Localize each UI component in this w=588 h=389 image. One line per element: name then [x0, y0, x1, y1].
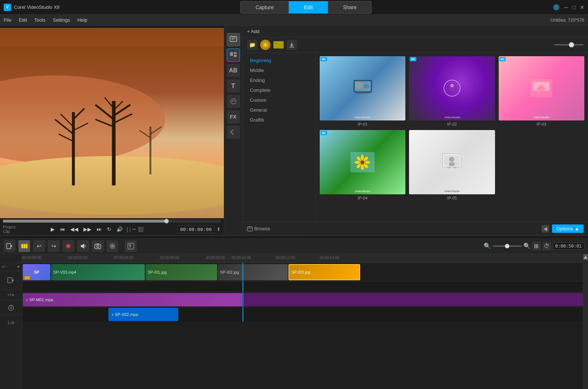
collapse-button[interactable]: ◀ [542, 225, 549, 233]
restore-button[interactable]: □ [573, 4, 576, 10]
category-custom[interactable]: Custom [243, 95, 316, 105]
fx2-btn[interactable] [107, 240, 118, 252]
clip-i03[interactable]: SP-I03.jpg [288, 264, 360, 280]
clip-s02[interactable]: ♪ SP-S02.mpa [108, 308, 178, 321]
clip-i01-label: SP-I01.jpg [148, 270, 166, 274]
ip05-watermark: VideoStudio [444, 190, 460, 193]
zoom-out-icon[interactable]: 🔍 [484, 242, 491, 249]
svg-point-57 [449, 157, 454, 162]
title2-btn[interactable]: T [125, 240, 137, 252]
step-forward-button[interactable]: ▶▶ [82, 226, 93, 233]
mark-out-button[interactable]: ] [129, 227, 131, 232]
title-track-playhead [243, 281, 243, 292]
progress-bar[interactable] [3, 220, 221, 223]
download-button[interactable] [287, 40, 297, 50]
category-ending[interactable]: Ending [243, 75, 316, 85]
options-button[interactable]: Options ▲ [552, 224, 584, 233]
menu-help[interactable]: Help [78, 17, 87, 23]
svg-rect-64 [7, 244, 11, 249]
clip-i01[interactable]: SP-I01.jpg [146, 264, 217, 280]
category-list: Beginning Middle Ending Complete Custom … [243, 53, 316, 222]
svg-point-45 [361, 161, 364, 164]
close-button[interactable]: ✕ [580, 4, 584, 10]
folder-button[interactable]: 📁 [247, 40, 257, 50]
graphics-button[interactable] [227, 95, 240, 108]
thumbnail-ip04[interactable]: 4K VideoStudio [320, 130, 405, 200]
clip-sp[interactable]: SP [23, 264, 50, 280]
tab-edit[interactable]: Edit [289, 1, 328, 14]
svg-point-72 [97, 245, 99, 248]
play-button[interactable]: ▶ [49, 226, 56, 233]
globe-icon[interactable]: 🌐 [553, 4, 560, 11]
text-button[interactable]: T [227, 79, 240, 93]
clip-m01[interactable]: ♪ SP-M01.mpa [23, 293, 242, 306]
capture-frame-button[interactable]: ⬛ [138, 227, 144, 232]
ip03-badge: 4K [499, 57, 506, 61]
timeline-video-btn[interactable] [4, 240, 15, 252]
timeline-zoom: 🔍 🔍 ⊞ ⏱ 0:00:50:01 [484, 242, 584, 251]
audio-btn[interactable] [77, 240, 89, 252]
rewind-to-start-button[interactable]: ⏮ [58, 226, 67, 233]
step-back-button[interactable]: ◀◀ [69, 226, 80, 233]
clip-i02[interactable]: SP-I02.jpg [218, 264, 288, 280]
menu-edit[interactable]: Edit [19, 17, 27, 23]
sort-button[interactable] [273, 41, 284, 48]
thumbnail-ip05[interactable]: VideoStudio IP-05 [409, 130, 495, 200]
category-complete[interactable]: Complete [243, 85, 316, 95]
tab-share[interactable]: Share [328, 1, 372, 14]
menu-settings[interactable]: Settings [53, 17, 70, 23]
time-btn[interactable]: ⏱ [542, 242, 551, 251]
add-track-icon[interactable]: +/− [1, 265, 7, 269]
split-button[interactable]: ✂ [132, 227, 136, 232]
svg-rect-24 [234, 52, 237, 54]
fx-button[interactable]: FX [227, 110, 240, 123]
category-beginning[interactable]: Beginning [243, 55, 316, 65]
instant-project-button[interactable] [227, 48, 240, 62]
ip03-label: IP-03 [537, 122, 546, 126]
timecode-spinner[interactable]: ⬆ [216, 226, 221, 232]
tab-capture[interactable]: Capture [240, 1, 289, 14]
thumbnail-ip02[interactable]: 4K .VideoStudio IP-02 [409, 56, 495, 126]
clip-m01-right[interactable] [243, 293, 583, 306]
menu-file[interactable]: File [4, 17, 11, 23]
clip-sp-label: SP [34, 270, 39, 274]
svg-point-48 [365, 161, 370, 164]
add-button[interactable]: + Add [247, 29, 259, 34]
tl-scroll-up[interactable]: ▲ [583, 254, 588, 260]
category-middle[interactable]: Middle [243, 65, 316, 75]
clip-v03[interactable]: SP-V03.mp4 [51, 264, 145, 280]
timeline-storyboard-btn[interactable] [18, 240, 30, 252]
fit-btn[interactable]: ⊞ [532, 242, 541, 251]
zoom-in-icon[interactable]: 🔍 [523, 242, 531, 249]
thumbnail-ip03[interactable]: 4K VideoStudio IP-03 [499, 56, 584, 126]
filter-button[interactable] [260, 40, 270, 50]
menu-tools[interactable]: Tools [34, 17, 45, 23]
tl-vertical-scrollbar[interactable]: ▲ ▼ [583, 254, 588, 389]
music-note-icon: ♪ [26, 297, 28, 302]
zoom-slider[interactable] [492, 245, 522, 247]
size-slider[interactable] [554, 44, 584, 46]
transitions-button[interactable] [227, 126, 240, 139]
timeline-toolbar: ↩ ↪ T 🔍 🔍 ⊞ ⏱ 0:00:50:01 [0, 238, 588, 254]
titles-button[interactable]: AB [227, 64, 240, 77]
media-button[interactable] [227, 33, 240, 46]
svg-point-75 [111, 245, 114, 247]
svg-rect-73 [97, 244, 99, 245]
category-graffiti[interactable]: Graffiti [243, 115, 316, 125]
thumbnail-ip01[interactable]: 4K VideoStudio IP-01 [320, 56, 405, 126]
track-settings-icon[interactable]: ▼ [17, 265, 20, 269]
browse-button[interactable]: Browse [247, 226, 270, 232]
redo-btn[interactable]: ↪ [48, 240, 60, 252]
snapshot-btn[interactable] [92, 240, 104, 252]
category-general[interactable]: General [243, 105, 316, 115]
options-chevron-icon: ▲ [574, 226, 579, 231]
mark-in-button[interactable]: [ [126, 227, 128, 232]
volume-button[interactable]: 🔊 [115, 226, 124, 233]
fast-forward-button[interactable]: ⏭ [95, 226, 103, 233]
record-btn[interactable] [62, 240, 74, 252]
loop-button[interactable]: ↻ [105, 226, 113, 233]
progress-handle[interactable] [164, 219, 169, 223]
undo-btn[interactable]: ↩ [33, 240, 45, 252]
clip-i03-label: SP-I03.jpg [291, 270, 310, 274]
minimize-button[interactable]: ─ [564, 4, 568, 10]
